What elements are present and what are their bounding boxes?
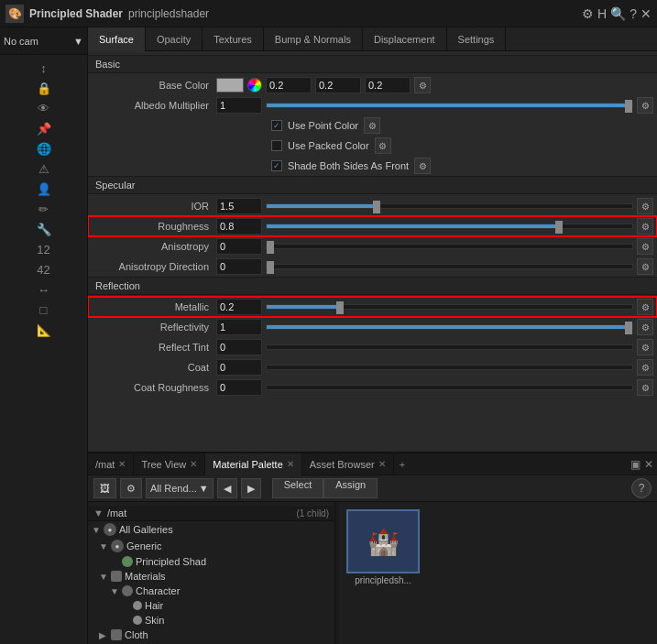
tree-item-generic[interactable]: ▼ ● Generic [88, 538, 334, 554]
anisotropy-direction-gear[interactable]: ⚙ [637, 258, 653, 275]
coat-slider[interactable] [266, 365, 633, 370]
coat-value[interactable]: 0 [216, 359, 262, 376]
base-color-g[interactable]: 0.2 [315, 77, 361, 93]
arrow-right-btn[interactable]: ▶ [241, 478, 261, 498]
add-tab-button[interactable]: + [394, 459, 411, 470]
sidebar-tools: ↕ 🔒 👁 📌 🌐 ⚠ 👤 ✏ 🔧 12 42 ↔ □ 📐 [0, 55, 87, 343]
coat-roughness-slider[interactable] [266, 385, 633, 390]
close-icon[interactable]: ✕ [641, 6, 652, 21]
tool-box[interactable]: □ [35, 300, 53, 319]
tool-resize[interactable]: ↔ [35, 280, 53, 299]
use-point-color-gear[interactable]: ⚙ [364, 117, 380, 134]
bottom-tab-material-palette[interactable]: Material Palette ✕ [205, 453, 301, 475]
coat-roughness-gear[interactable]: ⚙ [637, 379, 653, 396]
bottom-tab-mat[interactable]: /mat ✕ [88, 453, 134, 475]
ior-gear[interactable]: ⚙ [637, 198, 653, 214]
base-color-r[interactable]: 0.2 [266, 77, 312, 93]
panel-close-icon[interactable]: ✕ [644, 458, 653, 471]
albedo-value[interactable]: 1 [216, 97, 262, 114]
use-point-color-checkbox[interactable]: ✓ [271, 120, 282, 131]
tool-ruler[interactable]: 📐 [35, 321, 53, 339]
arrow-left-btn[interactable]: ◀ [217, 478, 237, 498]
color-picker-button[interactable] [247, 78, 262, 93]
tree-item-character[interactable]: ▼ Character [88, 584, 334, 598]
tree-label-character: Character [136, 585, 180, 596]
tool-42[interactable]: 42 [35, 260, 53, 278]
roughness-slider[interactable] [266, 224, 633, 229]
albedo-gear[interactable]: ⚙ [637, 97, 653, 114]
metallic-gear[interactable]: ⚙ [637, 299, 653, 315]
tab-surface[interactable]: Surface [88, 27, 146, 51]
viewport-dropdown-icon[interactable]: ▼ [73, 36, 83, 47]
tab-opacity[interactable]: Opacity [146, 27, 203, 51]
search-icon[interactable]: 🔍 [610, 6, 626, 21]
anisotropy-value[interactable]: 0 [216, 238, 262, 255]
shade-both-sides-gear[interactable]: ⚙ [414, 158, 431, 174]
use-packed-color-gear[interactable]: ⚙ [375, 137, 391, 154]
gallery-icon-btn[interactable]: 🖼 [93, 478, 116, 498]
tool-globe[interactable]: 🌐 [35, 139, 53, 158]
tree-item-all-galleries[interactable]: ▼ ● All Galleries [88, 521, 334, 538]
reflectivity-value[interactable]: 1 [216, 319, 262, 335]
bottom-tab-treeview[interactable]: Tree View ✕ [134, 453, 205, 475]
reflect-tint-gear[interactable]: ⚙ [637, 339, 653, 355]
reflectivity-gear[interactable]: ⚙ [637, 319, 653, 335]
tool-wrench[interactable]: 🔧 [35, 220, 53, 238]
base-color-swatch[interactable] [216, 78, 244, 93]
bottom-tab-mat-close[interactable]: ✕ [118, 459, 126, 469]
reflectivity-slider[interactable] [266, 324, 633, 330]
metallic-slider[interactable] [266, 304, 633, 310]
base-color-gear[interactable]: ⚙ [414, 77, 431, 93]
select-button[interactable]: Select [272, 478, 324, 498]
tab-displacement[interactable]: Displacement [363, 27, 447, 51]
renderer-dropdown[interactable]: All Rend... ▼ [146, 478, 214, 498]
bottom-tab-material-palette-close[interactable]: ✕ [287, 459, 294, 469]
tree-item-cloth[interactable]: ▶ Cloth [88, 628, 334, 642]
reflect-tint-slider[interactable] [266, 344, 633, 350]
help-h-icon[interactable]: H [597, 6, 607, 21]
anisotropy-slider[interactable] [266, 244, 633, 249]
tool-eye[interactable]: 👁 [35, 99, 53, 117]
tree-root-arrow[interactable]: ▼ [93, 508, 104, 518]
bottom-tab-asset-browser-close[interactable]: ✕ [378, 459, 386, 469]
base-color-b[interactable]: 0.2 [365, 77, 411, 93]
tool-edit[interactable]: ✏ [35, 200, 53, 218]
tool-lock[interactable]: 🔒 [35, 79, 53, 97]
bottom-tab-treeview-close[interactable]: ✕ [190, 459, 197, 469]
albedo-slider[interactable] [266, 103, 633, 108]
coat-gear[interactable]: ⚙ [637, 359, 653, 376]
tree-item-materials[interactable]: ▼ Materials [88, 569, 334, 584]
tool-select[interactable]: ↕ [35, 59, 53, 77]
roughness-gear[interactable]: ⚙ [637, 218, 653, 235]
help-button[interactable]: ? [631, 478, 652, 498]
settings-btn[interactable]: ⚙ [120, 478, 142, 498]
roughness-value[interactable]: 0.8 [216, 218, 262, 235]
bottom-tab-asset-browser[interactable]: Asset Browser ✕ [302, 453, 394, 475]
metallic-value[interactable]: 0.2 [216, 299, 262, 315]
ior-slider[interactable] [266, 203, 633, 209]
tab-bump-normals[interactable]: Bump & Normals [264, 27, 363, 51]
tree-item-principled-shad[interactable]: ▶ Principled Shad [88, 554, 334, 569]
tool-pin[interactable]: 📌 [35, 119, 53, 137]
viewport-selector[interactable]: No cam ▼ [0, 27, 87, 55]
info-icon[interactable]: ? [630, 6, 637, 21]
tab-settings[interactable]: Settings [447, 27, 507, 51]
panel-layout-icon[interactable]: ▣ [630, 458, 641, 471]
tree-item-skin[interactable]: ▶ Skin [88, 613, 334, 628]
reflect-tint-value[interactable]: 0 [216, 339, 262, 355]
anisotropy-gear[interactable]: ⚙ [637, 238, 653, 255]
anisotropy-direction-slider[interactable] [266, 264, 633, 269]
tree-item-hair[interactable]: ▶ Hair [88, 598, 334, 613]
material-item-principledsh[interactable]: 🏰 principledsh... [346, 509, 420, 585]
shade-both-sides-checkbox[interactable]: ✓ [271, 160, 282, 171]
coat-roughness-value[interactable]: 0 [216, 379, 262, 396]
ior-value[interactable]: 1.5 [216, 198, 262, 214]
anisotropy-direction-value[interactable]: 0 [216, 258, 262, 275]
use-packed-color-checkbox[interactable] [271, 140, 282, 151]
tool-12[interactable]: 12 [35, 240, 53, 258]
tool-user[interactable]: 👤 [35, 180, 53, 198]
tool-warning[interactable]: ⚠ [35, 159, 53, 178]
assign-button[interactable]: Assign [323, 478, 378, 498]
tab-textures[interactable]: Textures [203, 27, 264, 51]
settings-icon[interactable]: ⚙ [582, 6, 594, 21]
